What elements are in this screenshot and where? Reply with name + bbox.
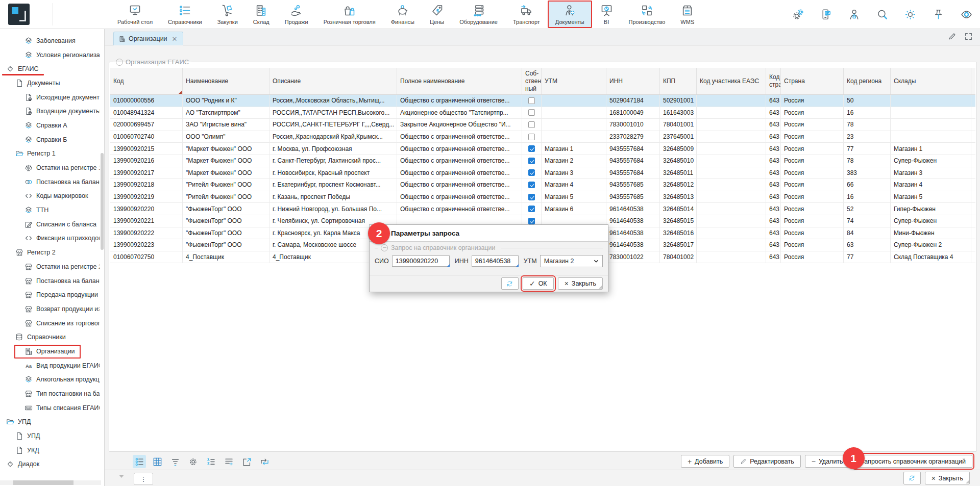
tree-item-15[interactable]: Регистр 2 — [0, 245, 100, 260]
messages-icon[interactable] — [820, 8, 832, 21]
tree-item-8[interactable]: Регистр 1 — [0, 147, 100, 161]
own-checkbox[interactable] — [528, 182, 535, 188]
sidebar-vertical-scrollbar[interactable] — [101, 153, 104, 250]
nav-item-6[interactable]: Финансы — [383, 0, 422, 29]
tree-item-10[interactable]: Постановка на баланс — [0, 175, 100, 189]
tree-item-4[interactable]: Исходящие документы — [0, 90, 100, 105]
nav-item-7[interactable]: $Цены — [422, 0, 452, 29]
splitter-collapse-icon[interactable] — [119, 475, 124, 478]
tree-item-6[interactable]: Справки А — [0, 118, 100, 133]
table-row-2[interactable]: 020000699457ЗАО "Игристые вина"РОССИЯ,,С… — [110, 119, 975, 131]
collapse-icon[interactable] — [381, 244, 388, 251]
brightness-icon[interactable] — [904, 8, 917, 21]
collapse-icon[interactable] — [116, 59, 123, 66]
column-header-region[interactable]: Код региона — [844, 68, 891, 94]
column-header-name[interactable]: Наименование — [183, 68, 270, 94]
own-checkbox[interactable] — [528, 97, 535, 104]
dialog-close-button[interactable]: × Закрыть — [558, 277, 603, 290]
own-checkbox[interactable] — [528, 134, 535, 140]
nav-item-9[interactable]: Транспорт — [505, 0, 548, 29]
refresh-button[interactable] — [903, 472, 921, 484]
tree-item-13[interactable]: Списания с баланса — [0, 217, 100, 232]
edit-view-icon[interactable] — [948, 32, 957, 41]
scrollbar-thumb[interactable] — [13, 480, 74, 485]
nav-item-2[interactable]: Закупки — [210, 0, 246, 29]
filter-icon[interactable] — [168, 455, 182, 468]
tree-item-29[interactable]: УКД — [0, 443, 100, 457]
tree-item-26[interactable]: Типы списания ЕГАИС — [0, 401, 100, 415]
view-list-icon[interactable] — [133, 455, 146, 468]
column-header-kpp[interactable]: КПП — [660, 68, 697, 94]
column-header-country_code[interactable]: Код страны — [766, 68, 781, 94]
table-row-5[interactable]: 139900920216"Маркет Фьюжен" ОООг. Санкт-… — [110, 155, 975, 167]
tree-item-28[interactable]: УПД — [0, 429, 100, 443]
tree-item-1[interactable]: Условия регионализации — [0, 48, 100, 62]
search-icon[interactable] — [876, 8, 889, 21]
ok-button[interactable]: ✓ ОК — [523, 277, 554, 290]
column-header-own[interactable]: Соб-ствен-ный — [522, 68, 542, 94]
settings-gear-icon[interactable] — [186, 455, 200, 468]
nav-item-3[interactable]: Склад — [246, 0, 277, 29]
open-external-icon[interactable] — [240, 455, 253, 468]
tree-item-9[interactable]: Остатки на регистре 1 — [0, 161, 100, 175]
add-button[interactable]: + Добавить — [681, 455, 729, 468]
dialog-refresh-button[interactable] — [501, 277, 519, 290]
tree-item-18[interactable]: Передача продукции в тор — [0, 288, 100, 302]
tree-item-21[interactable]: Справочники — [0, 330, 100, 344]
view-grid-icon[interactable] — [151, 455, 164, 468]
own-checkbox[interactable] — [528, 218, 535, 224]
tree-item-27[interactable]: УПД — [0, 415, 100, 429]
own-checkbox[interactable] — [528, 169, 535, 176]
tree-item-19[interactable]: Возврат продукции из торг — [0, 302, 100, 316]
nav-item-8[interactable]: Оборудование — [452, 0, 505, 29]
nav-item-12[interactable]: Производство — [621, 0, 673, 29]
tab-close-icon[interactable]: ✕ — [172, 35, 178, 43]
sio-input[interactable] — [392, 255, 450, 267]
tree-item-12[interactable]: ТТН — [0, 203, 100, 217]
nav-item-1[interactable]: Справочники — [160, 0, 210, 29]
more-options-button[interactable]: ⋮ — [134, 473, 153, 485]
column-header-inn[interactable]: ИНН — [606, 68, 660, 94]
column-header-eaes[interactable]: Код участника ЕАЭС — [697, 68, 766, 94]
edit-button[interactable]: Редактировать — [733, 455, 800, 468]
own-checkbox[interactable] — [528, 145, 535, 152]
refresh-data-icon[interactable] — [258, 455, 271, 468]
own-checkbox[interactable] — [528, 206, 535, 212]
nav-item-10[interactable]: Документы — [548, 1, 592, 28]
tree-item-0[interactable]: Заболевания — [0, 34, 100, 48]
table-row-3[interactable]: 010060702740ООО "Олимп"Россия,,Краснодар… — [110, 131, 975, 143]
tree-item-2[interactable]: ЕГАИС — [0, 62, 100, 76]
inn-input[interactable] — [472, 255, 519, 267]
table-row-6[interactable]: 139900920217"Маркет Фьюжен" ОООг. Новоси… — [110, 167, 975, 180]
tree-item-20[interactable]: Списание из торгового зал — [0, 316, 100, 330]
nav-item-5[interactable]: Розничная торговля — [316, 0, 383, 29]
nav-item-0[interactable]: Рабочий стол — [110, 0, 160, 29]
column-header-country[interactable]: Страна — [781, 68, 844, 94]
tree-item-16[interactable]: Остатки на регистре 2 — [0, 260, 100, 274]
column-header-warehouses[interactable]: Склады — [891, 68, 971, 94]
tab-organizations[interactable]: Организации ✕ — [113, 32, 183, 45]
table-row-7[interactable]: 139900920218"Ритейл Фьюжен" ОООг. Екатер… — [110, 179, 975, 191]
visibility-icon[interactable] — [960, 8, 973, 21]
column-header-full[interactable]: Полное наименование — [397, 68, 522, 94]
own-checkbox[interactable] — [528, 194, 535, 200]
column-header-utm[interactable]: УТМ — [542, 68, 606, 94]
tree-item-14[interactable]: Фиксация штрихкодов на б — [0, 232, 100, 246]
tree-item-11[interactable]: Коды маркировок — [0, 189, 100, 203]
own-checkbox[interactable] — [528, 109, 535, 116]
nav-item-4[interactable]: Продажи — [277, 0, 316, 29]
tree-item-25[interactable]: Тип постановки на баланс — [0, 387, 100, 401]
tree-item-24[interactable]: Алкогольная продукция — [0, 373, 100, 387]
table-row-1[interactable]: 010048941324АО "Татспиртпром"РОССИЯ,,ТАТ… — [110, 107, 975, 119]
tree-item-22[interactable]: Организации — [0, 344, 100, 359]
request-org-directory-button[interactable]: Запросить справочник организаций — [854, 455, 972, 468]
table-row-8[interactable]: 139900920219"Ритейл Фьюжен" ОООг. Казань… — [110, 191, 975, 203]
tree-item-30[interactable]: Диадок — [0, 457, 100, 472]
column-header-code[interactable]: Код — [110, 68, 183, 94]
table-row-4[interactable]: 139900920215"Маркет Фьюжен" ОООг. Москва… — [110, 143, 975, 155]
table-row-9[interactable]: 139900920220"ФьюженТорг" ОООг. Нижний Но… — [110, 203, 975, 215]
close-view-button[interactable]: × Закрыть — [925, 472, 970, 484]
own-checkbox[interactable] — [528, 121, 535, 128]
pin-icon[interactable] — [932, 8, 945, 21]
tree-item-23[interactable]: AaВид продукции ЕГАИС — [0, 359, 100, 373]
